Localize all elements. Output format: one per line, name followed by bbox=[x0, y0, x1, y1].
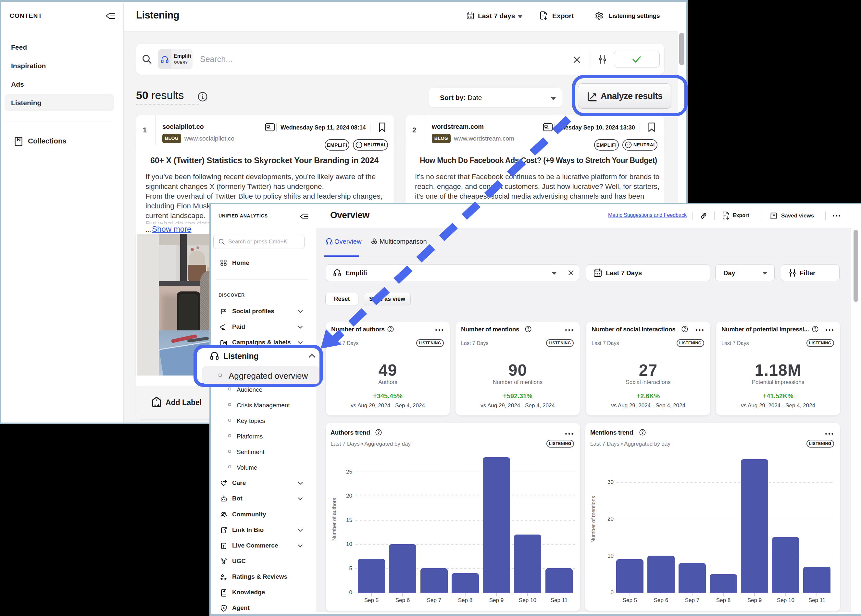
svg-text:A: A bbox=[223, 607, 225, 610]
